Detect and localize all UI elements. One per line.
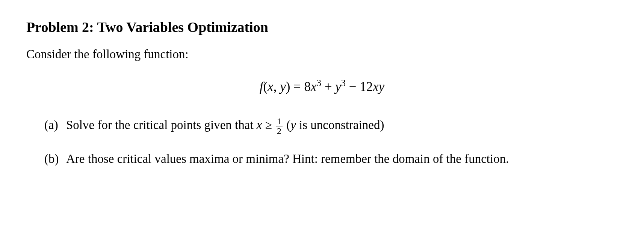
eq-x: x: [268, 79, 274, 94]
intro-text: Consider the following function:: [26, 47, 618, 61]
eq-coef12: 12: [360, 79, 373, 94]
eq-x1: x: [311, 79, 317, 94]
part-a-body: Solve for the critical points given that…: [66, 115, 618, 136]
part-a-frac: 12: [276, 117, 283, 136]
eq-y: y: [280, 79, 286, 94]
part-a-geq: ≥: [262, 118, 275, 132]
eq-coef8: 8: [304, 79, 311, 94]
part-a-label: (a): [44, 115, 66, 136]
eq-y1: y: [335, 79, 341, 94]
part-a-math-x: x: [257, 118, 262, 132]
eq-plus: +: [321, 79, 335, 94]
part-a-math-y: y: [290, 118, 296, 132]
part-a-post-open: (: [283, 118, 290, 132]
eq-minus: −: [346, 79, 360, 94]
part-a: (a) Solve for the critical points given …: [44, 115, 618, 136]
eq-pow3b: 3: [341, 78, 346, 88]
equation: f(x, y) = 8x3 + y3 − 12xy: [26, 79, 618, 94]
eq-f: f: [260, 79, 263, 94]
part-a-post: is unconstrained): [296, 118, 384, 132]
eq-open: (: [263, 79, 268, 94]
eq-pow3a: 3: [317, 78, 321, 88]
eq-comma: ,: [274, 79, 280, 94]
problem-title: Problem 2: Two Variables Optimization: [26, 19, 618, 35]
eq-x2: x: [373, 79, 379, 94]
parts-list: (a) Solve for the critical points given …: [26, 115, 618, 169]
eq-close-eq: ) =: [286, 79, 304, 94]
part-a-frac-den: 2: [276, 126, 283, 136]
eq-y2: y: [379, 79, 385, 94]
part-b: (b) Are those critical values maxima or …: [44, 149, 618, 169]
part-b-body: Are those critical values maxima or mini…: [66, 149, 618, 169]
part-a-frac-num: 1: [276, 117, 283, 126]
part-a-pre: Solve for the critical points given that: [66, 118, 257, 132]
part-b-label: (b): [44, 149, 66, 169]
